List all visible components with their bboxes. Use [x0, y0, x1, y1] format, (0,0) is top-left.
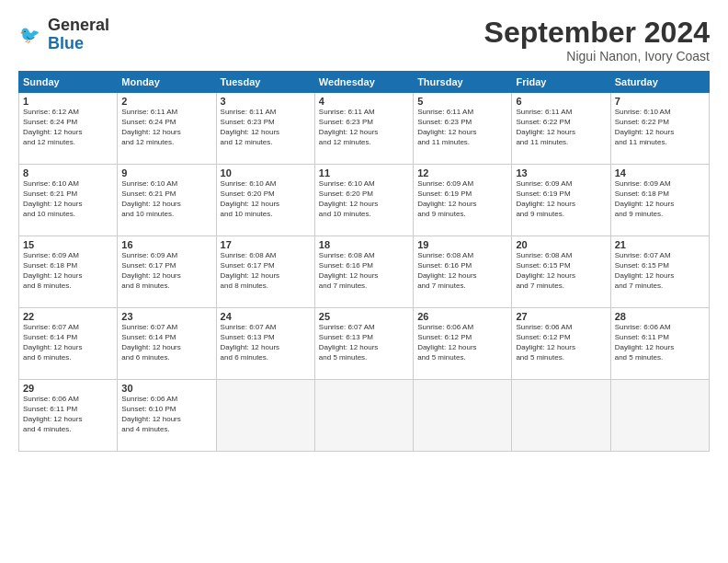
day-info: Sunrise: 6:06 AM Sunset: 6:11 PM Dayligh… [23, 395, 113, 434]
calendar-day-cell: 10Sunrise: 6:10 AM Sunset: 6:20 PM Dayli… [216, 165, 314, 236]
day-info: Sunrise: 6:07 AM Sunset: 6:14 PM Dayligh… [23, 323, 113, 362]
calendar-day-cell: 5Sunrise: 6:11 AM Sunset: 6:23 PM Daylig… [414, 93, 512, 165]
calendar-day-cell: 20Sunrise: 6:08 AM Sunset: 6:15 PM Dayli… [512, 236, 610, 308]
day-number: 5 [417, 96, 507, 107]
day-number: 24 [221, 311, 311, 322]
calendar-week-row: 15Sunrise: 6:09 AM Sunset: 6:18 PM Dayli… [19, 236, 710, 308]
weekday-header-cell: Friday [512, 72, 610, 93]
weekday-header-cell: Thursday [414, 72, 512, 93]
day-number: 12 [417, 167, 507, 178]
calendar-day-cell: 15Sunrise: 6:09 AM Sunset: 6:18 PM Dayli… [19, 236, 118, 308]
calendar-day-cell: 17Sunrise: 6:08 AM Sunset: 6:17 PM Dayli… [216, 236, 314, 308]
calendar-day-cell: 4Sunrise: 6:11 AM Sunset: 6:23 PM Daylig… [314, 93, 413, 165]
day-info: Sunrise: 6:08 AM Sunset: 6:16 PM Dayligh… [319, 251, 409, 291]
day-info: Sunrise: 6:09 AM Sunset: 6:19 PM Dayligh… [417, 179, 507, 219]
calendar-day-cell: 23Sunrise: 6:07 AM Sunset: 6:14 PM Dayli… [118, 308, 216, 380]
day-number: 20 [516, 239, 606, 250]
day-number: 7 [615, 96, 705, 107]
calendar-day-cell: 29Sunrise: 6:06 AM Sunset: 6:11 PM Dayli… [19, 380, 118, 452]
calendar-day-cell: 14Sunrise: 6:09 AM Sunset: 6:18 PM Dayli… [610, 165, 709, 236]
day-info: Sunrise: 6:11 AM Sunset: 6:24 PM Dayligh… [121, 108, 211, 147]
day-number: 16 [121, 239, 211, 250]
page: 🐦 General Blue September 2024 Nigui Nano… [0, 0, 728, 563]
day-info: Sunrise: 6:10 AM Sunset: 6:22 PM Dayligh… [615, 108, 705, 147]
calendar-day-cell: 22Sunrise: 6:07 AM Sunset: 6:14 PM Dayli… [19, 308, 118, 380]
day-info: Sunrise: 6:11 AM Sunset: 6:23 PM Dayligh… [319, 108, 409, 147]
svg-text:🐦: 🐦 [19, 24, 40, 44]
day-number: 18 [319, 239, 409, 250]
day-number: 21 [615, 239, 705, 250]
day-number: 22 [23, 311, 113, 322]
day-info: Sunrise: 6:08 AM Sunset: 6:16 PM Dayligh… [417, 251, 507, 291]
day-number: 10 [221, 167, 311, 178]
calendar-day-cell: 26Sunrise: 6:06 AM Sunset: 6:12 PM Dayli… [414, 308, 512, 380]
day-info: Sunrise: 6:10 AM Sunset: 6:21 PM Dayligh… [121, 179, 211, 219]
day-number: 26 [417, 311, 507, 322]
day-info: Sunrise: 6:08 AM Sunset: 6:17 PM Dayligh… [221, 251, 311, 291]
calendar-day-cell: 25Sunrise: 6:07 AM Sunset: 6:13 PM Dayli… [314, 308, 413, 380]
weekday-header-cell: Sunday [19, 72, 118, 93]
day-info: Sunrise: 6:06 AM Sunset: 6:12 PM Dayligh… [516, 323, 606, 362]
calendar-day-cell: 19Sunrise: 6:08 AM Sunset: 6:16 PM Dayli… [414, 236, 512, 308]
day-info: Sunrise: 6:07 AM Sunset: 6:13 PM Dayligh… [319, 323, 409, 362]
day-number: 6 [516, 96, 606, 107]
calendar-day-cell: 6Sunrise: 6:11 AM Sunset: 6:22 PM Daylig… [512, 93, 610, 165]
logo: 🐦 General Blue [18, 17, 109, 53]
day-info: Sunrise: 6:07 AM Sunset: 6:14 PM Dayligh… [121, 323, 211, 362]
calendar-day-cell: 27Sunrise: 6:06 AM Sunset: 6:12 PM Dayli… [512, 308, 610, 380]
calendar-week-row: 1Sunrise: 6:12 AM Sunset: 6:24 PM Daylig… [19, 93, 710, 165]
logo-text: General Blue [48, 17, 109, 53]
day-number: 1 [23, 96, 113, 107]
day-number: 29 [23, 383, 113, 394]
calendar-week-row: 22Sunrise: 6:07 AM Sunset: 6:14 PM Dayli… [19, 308, 710, 380]
calendar-week-row: 29Sunrise: 6:06 AM Sunset: 6:11 PM Dayli… [19, 380, 710, 452]
day-number: 13 [516, 167, 606, 178]
calendar-day-cell: 28Sunrise: 6:06 AM Sunset: 6:11 PM Dayli… [610, 308, 709, 380]
day-info: Sunrise: 6:06 AM Sunset: 6:10 PM Dayligh… [121, 395, 211, 434]
day-info: Sunrise: 6:12 AM Sunset: 6:24 PM Dayligh… [23, 108, 113, 147]
day-info: Sunrise: 6:07 AM Sunset: 6:13 PM Dayligh… [221, 323, 311, 362]
calendar-day-cell: 1Sunrise: 6:12 AM Sunset: 6:24 PM Daylig… [19, 93, 118, 165]
calendar-day-cell: 13Sunrise: 6:09 AM Sunset: 6:19 PM Dayli… [512, 165, 610, 236]
day-info: Sunrise: 6:06 AM Sunset: 6:12 PM Dayligh… [417, 323, 507, 362]
day-number: 11 [319, 167, 409, 178]
day-number: 19 [417, 239, 507, 250]
day-info: Sunrise: 6:11 AM Sunset: 6:22 PM Dayligh… [516, 108, 606, 147]
header: 🐦 General Blue September 2024 Nigui Nano… [18, 17, 710, 63]
day-number: 14 [615, 167, 705, 178]
day-number: 27 [516, 311, 606, 322]
calendar-day-cell: 18Sunrise: 6:08 AM Sunset: 6:16 PM Dayli… [314, 236, 413, 308]
day-info: Sunrise: 6:10 AM Sunset: 6:21 PM Dayligh… [23, 179, 113, 219]
day-number: 9 [121, 167, 211, 178]
subtitle: Nigui Nanon, Ivory Coast [484, 49, 710, 63]
calendar-day-cell: 11Sunrise: 6:10 AM Sunset: 6:20 PM Dayli… [314, 165, 413, 236]
calendar-day-cell [314, 380, 413, 452]
calendar-week-row: 8Sunrise: 6:10 AM Sunset: 6:21 PM Daylig… [19, 165, 710, 236]
day-number: 8 [23, 167, 113, 178]
title-block: September 2024 Nigui Nanon, Ivory Coast [484, 17, 710, 63]
logo-icon: 🐦 [18, 22, 44, 48]
calendar-day-cell [610, 380, 709, 452]
calendar-day-cell: 24Sunrise: 6:07 AM Sunset: 6:13 PM Dayli… [216, 308, 314, 380]
calendar-day-cell: 9Sunrise: 6:10 AM Sunset: 6:21 PM Daylig… [118, 165, 216, 236]
day-info: Sunrise: 6:11 AM Sunset: 6:23 PM Dayligh… [417, 108, 507, 147]
day-info: Sunrise: 6:09 AM Sunset: 6:18 PM Dayligh… [615, 179, 705, 219]
day-number: 2 [121, 96, 211, 107]
calendar-day-cell: 8Sunrise: 6:10 AM Sunset: 6:21 PM Daylig… [19, 165, 118, 236]
day-number: 28 [615, 311, 705, 322]
day-number: 23 [121, 311, 211, 322]
calendar-day-cell [216, 380, 314, 452]
calendar-day-cell [512, 380, 610, 452]
day-number: 15 [23, 239, 113, 250]
calendar-table: SundayMondayTuesdayWednesdayThursdayFrid… [18, 71, 710, 452]
calendar-day-cell [414, 380, 512, 452]
day-info: Sunrise: 6:10 AM Sunset: 6:20 PM Dayligh… [221, 179, 311, 219]
day-number: 4 [319, 96, 409, 107]
day-info: Sunrise: 6:09 AM Sunset: 6:17 PM Dayligh… [121, 251, 211, 291]
day-number: 30 [121, 383, 211, 394]
day-info: Sunrise: 6:09 AM Sunset: 6:19 PM Dayligh… [516, 179, 606, 219]
day-info: Sunrise: 6:09 AM Sunset: 6:18 PM Dayligh… [23, 251, 113, 291]
calendar-day-cell: 3Sunrise: 6:11 AM Sunset: 6:23 PM Daylig… [216, 93, 314, 165]
day-number: 3 [221, 96, 311, 107]
weekday-header-cell: Tuesday [216, 72, 314, 93]
